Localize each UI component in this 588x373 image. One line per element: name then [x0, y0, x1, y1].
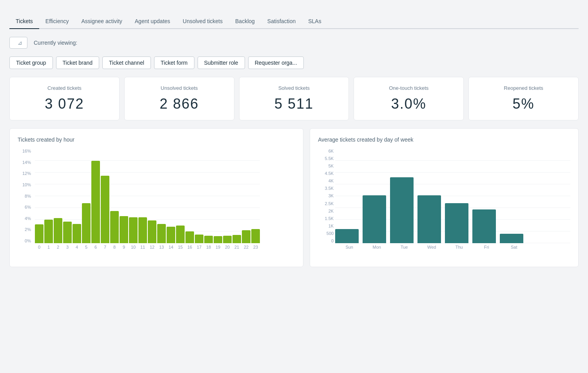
tab-slas[interactable]: SLAs: [302, 14, 327, 29]
y-label: 2.5K: [325, 202, 334, 206]
bar-item: [251, 229, 260, 243]
filter-ticket-brand[interactable]: Ticket brand: [56, 56, 100, 69]
y-label: 3.5K: [325, 186, 334, 191]
x-label-item: 18: [204, 245, 213, 249]
x-label-item: 23: [251, 245, 260, 249]
metric-created-tickets: Created tickets 3 072: [9, 77, 120, 120]
metric-unsolved-label: Unsolved tickets: [134, 85, 225, 91]
y-label: 4K: [328, 179, 334, 183]
y-axis-hour: 16% 14% 12% 10% 8% 6% 4% 2% 0%: [18, 149, 33, 243]
x-label-item: 16: [185, 245, 194, 249]
metric-onetouch-value: 3.0%: [363, 96, 454, 112]
y-label: 5K: [328, 164, 334, 168]
y-label: 12%: [22, 171, 31, 176]
metric-one-touch: One-touch tickets 3.0%: [354, 77, 464, 120]
x-label-item: 20: [223, 245, 232, 249]
bar-item: [223, 236, 232, 244]
x-label-item: 3: [63, 245, 72, 249]
bar-item: [157, 224, 166, 244]
chart-hour-title: Tickets created by hour: [18, 136, 295, 143]
bar-item: [363, 195, 386, 243]
x-label-item: Fri: [475, 245, 498, 249]
bar-item: [63, 222, 72, 244]
filter-icon: ⊿: [18, 40, 22, 46]
x-label-item: 11: [138, 245, 147, 249]
chart-tickets-by-hour: Tickets created by hour 16% 14% 12% 10% …: [9, 128, 303, 267]
x-label-item: 15: [176, 245, 185, 249]
bar-item: [91, 161, 100, 243]
y-label: 5.5K: [325, 156, 334, 161]
filter-ticket-channel[interactable]: Ticket channel: [102, 56, 151, 69]
x-label-item: 14: [167, 245, 175, 249]
bar-item: [54, 218, 62, 244]
metric-unsolved-value: 2 866: [134, 96, 225, 112]
tab-efficiency[interactable]: Efficiency: [39, 14, 75, 29]
metric-onetouch-label: One-touch tickets: [363, 85, 454, 91]
bar-item: [176, 226, 185, 243]
metric-solved-tickets: Solved tickets 5 511: [239, 77, 349, 120]
bar-item: [167, 227, 175, 243]
bar-item: [101, 176, 109, 244]
y-label: 4%: [25, 217, 31, 221]
y-label: 1K: [328, 224, 334, 228]
x-label-item: Sat: [502, 245, 526, 249]
bar-item: [214, 236, 222, 243]
bar-item: [500, 234, 523, 243]
x-label-item: 13: [157, 245, 166, 249]
filter-buttons-row: Ticket group Ticket brand Ticket channel…: [9, 56, 579, 69]
x-label-item: 5: [82, 245, 91, 249]
tab-assignee-activity[interactable]: Assignee activity: [75, 14, 129, 29]
filter-ticket-form[interactable]: Ticket form: [154, 56, 194, 69]
filter-submitter-role[interactable]: Submitter role: [198, 56, 245, 69]
time-filter-dropdown[interactable]: ⊿: [9, 37, 27, 49]
filter-ticket-group[interactable]: Ticket group: [9, 56, 53, 69]
y-label: 2K: [328, 209, 334, 213]
x-label-item: 17: [195, 245, 203, 249]
bar-item: [445, 203, 468, 243]
filter-requester-org[interactable]: Requester orga...: [248, 56, 304, 69]
bar-item: [232, 235, 241, 243]
x-label-item: 6: [91, 245, 100, 249]
y-label: 10%: [22, 183, 31, 187]
y-label: 6K: [328, 149, 334, 153]
filter-row: ⊿ Currently viewing:: [9, 37, 579, 49]
bar-item: [204, 236, 213, 244]
bar-item: [472, 209, 496, 243]
y-label: 14%: [22, 160, 31, 165]
bar-item: [185, 231, 194, 243]
x-label-item: 7: [101, 245, 109, 249]
tab-agent-updates[interactable]: Agent updates: [129, 14, 176, 29]
tab-unsolved-tickets[interactable]: Unsolved tickets: [176, 14, 229, 29]
metric-reopened: Reopened tickets 5%: [468, 77, 579, 120]
y-label: 0: [331, 239, 334, 243]
chart-day-title: Average tickets created by day of week: [318, 136, 570, 143]
bar-item: [44, 220, 53, 243]
metrics-row: Created tickets 3 072 Unsolved tickets 2…: [9, 77, 579, 120]
y-label: 500: [327, 231, 334, 236]
y-label: 2%: [25, 227, 31, 232]
bar-item: [138, 217, 147, 243]
y-label: 16%: [22, 149, 31, 153]
x-label-item: 0: [35, 245, 44, 249]
y-label: 4.5K: [325, 171, 334, 176]
tab-tickets[interactable]: Tickets: [9, 14, 39, 29]
x-label-item: 21: [232, 245, 241, 249]
bar-item: [335, 229, 359, 243]
x-label-item: Tue: [392, 245, 416, 249]
bar-item: [390, 177, 414, 243]
bar-item: [35, 224, 44, 243]
x-labels-day: SunMonTueWedThuFriSat: [338, 245, 570, 249]
current-viewing-label: Currently viewing:: [34, 40, 77, 46]
x-label-item: 2: [54, 245, 62, 249]
metric-unsolved-tickets: Unsolved tickets 2 866: [124, 77, 234, 120]
bar-item: [110, 211, 119, 244]
x-label-item: 19: [214, 245, 222, 249]
tab-backlog[interactable]: Backlog: [229, 14, 261, 29]
tab-satisfaction[interactable]: Satisfaction: [261, 14, 302, 29]
metric-created-label: Created tickets: [19, 85, 110, 91]
bar-item: [120, 216, 128, 243]
x-label-item: 22: [242, 245, 250, 249]
y-label: 3K: [328, 194, 334, 198]
y-label: 6%: [25, 205, 31, 209]
y-label: 8%: [25, 194, 31, 198]
